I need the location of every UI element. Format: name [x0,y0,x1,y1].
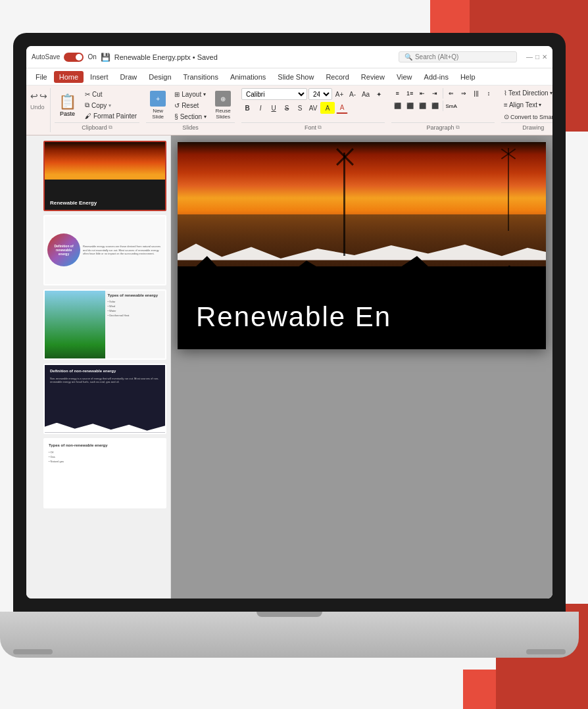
text-direction-label: Text Direction [508,89,549,97]
reuse-slides-button[interactable]: ⊕ ReuseSlides [211,88,235,122]
cloud-save-icon: 💾 [101,53,110,62]
font-color-button[interactable]: A [336,102,348,114]
section-button[interactable]: § Section ▾ [172,112,209,122]
slide-thumbnail-5[interactable]: Types of non-renewable energy • Oil• Gas… [43,438,166,508]
menu-file[interactable]: File [30,71,53,83]
slide-item-4[interactable]: 4 Definition of non-renewable energy Non… [30,364,166,434]
text-direction-button[interactable]: ⌇ Text Direction ▾ [501,88,552,98]
slide-thumbnail-4[interactable]: Definition of non-renewable energy Non-r… [43,364,166,434]
slide-panel[interactable]: 1 Renewable Energy [26,135,171,599]
shadow-button[interactable]: S [294,102,306,114]
menu-design[interactable]: Design [143,71,176,83]
copy-icon: ⧉ [85,101,89,109]
increase-font-button[interactable]: A+ [333,88,345,100]
slide-item-2[interactable]: 2 Definition of renewable energy Renewab… [30,215,166,285]
slides-label: Slides [146,122,235,132]
align-text-dropdown: ▾ [539,102,541,108]
decrease-font-button[interactable]: A- [347,88,358,100]
menu-animations[interactable]: Animations [225,71,271,83]
clipboard-section: 📋 Paste ✂ Cut ⧉ Copy [52,88,142,132]
text-direction-dropdown: ▾ [550,90,552,96]
menu-insert[interactable]: Insert [85,71,114,83]
redo-button[interactable]: ↪ [39,91,47,101]
smart-art-convert-btn[interactable]: SmA [445,101,457,111]
bold-button[interactable]: B [241,102,253,114]
cut-button[interactable]: ✂ Cut [82,89,139,99]
menu-review[interactable]: Review [356,71,390,83]
paste-icon: 📋 [59,93,76,110]
numbering-button[interactable]: 1≡ [404,88,416,99]
bullets-button[interactable]: ≡ [391,88,403,99]
paragraph-expand-icon[interactable]: ⧉ [456,124,460,131]
slide-canvas: Renewable En [178,142,546,349]
align-right-button[interactable]: ⬛ [416,101,428,111]
font-expand-icon[interactable]: ⧉ [318,124,322,131]
minimize-icon[interactable]: — [526,53,533,61]
powerpoint-app: AutoSave On 💾 Renewable Energy.pptx • Sa… [26,46,552,599]
align-center-button[interactable]: ⬛ [404,101,416,111]
align-text-button[interactable]: ≡ Align Text ▾ [501,100,544,110]
reset-label: Reset [182,102,199,109]
font-family-select[interactable]: Calibri [241,88,307,100]
slide-item-5[interactable]: 5 Types of non-renewable energy • Oil• G… [30,438,166,508]
new-slide-icon: + [150,91,166,107]
copy-dropdown-icon[interactable]: ▾ [109,103,111,109]
slide-thumb-content-4: Definition of non-renewable energy Non-r… [45,365,165,433]
clear-format-button[interactable]: ✦ [373,88,385,100]
menu-help[interactable]: Help [455,71,481,83]
convert-smartart-button[interactable]: ⊙ Convert to SmartArt [501,112,552,122]
close-icon[interactable]: ✕ [542,53,547,61]
ltr-button[interactable]: ⇐ [445,88,457,99]
decrease-indent-button[interactable]: ⇤ [416,88,428,99]
italic-button[interactable]: I [255,102,266,114]
bg-decoration-bottom-right-inner [463,670,496,709]
slide-item-1[interactable]: 1 Renewable Energy [30,141,166,211]
slide-thumbnail-3[interactable]: Types of renewable energy • Solar• Wind•… [43,289,166,360]
autosave-label: AutoSave [32,53,60,61]
slide3-content: Types of renewable energy • Solar• Wind•… [105,291,166,358]
menu-draw[interactable]: Draw [115,71,143,83]
clipboard-expand-icon[interactable]: ⧉ [109,124,112,131]
strikethrough-button[interactable]: S [281,102,293,114]
menu-slideshow[interactable]: Slide Show [272,71,319,83]
copy-button[interactable]: ⧉ Copy ▾ [82,100,139,110]
menu-record[interactable]: Record [320,71,354,83]
columns-button[interactable]: ||| [470,88,482,99]
laptop-screen-inner: AutoSave On 💾 Renewable Energy.pptx • Sa… [26,46,552,599]
section-icon: § [174,113,178,120]
slide-thumb-content-5: Types of non-renewable energy • Oil• Gas… [45,439,165,507]
laptop: AutoSave On 💾 Renewable Energy.pptx • Sa… [13,33,566,658]
slide-thumbnail-1[interactable]: Renewable Energy [43,141,166,211]
reset-button[interactable]: ↺ Reset [172,101,209,110]
change-case-button[interactable]: Aa [360,88,372,100]
maximize-icon[interactable]: □ [535,53,539,61]
font-row-2: B I U S S AV A A [241,102,348,114]
line-spacing-button[interactable]: ↕ [483,88,495,99]
search-box[interactable]: 🔍 [399,51,517,62]
layout-button[interactable]: ⊞ Layout ▾ [172,89,209,99]
laptop-base [0,612,579,658]
char-spacing-button[interactable]: AV [307,102,319,114]
menu-transitions[interactable]: Transitions [178,71,224,83]
search-input[interactable] [415,53,501,61]
font-size-select[interactable]: 24 [308,88,332,100]
undo-button[interactable]: ↩ [30,91,38,101]
format-painter-button[interactable]: 🖌 Format Painter [82,111,139,121]
slide-item-3[interactable]: 3 Types of renewable energy • Solar• W [30,289,166,360]
underline-button[interactable]: U [268,102,280,114]
menu-home[interactable]: Home [54,71,84,83]
laptop-foot-right [526,649,566,654]
justify-button[interactable]: ⬛ [429,101,441,111]
paste-button[interactable]: 📋 Paste [55,91,80,120]
slide2-background: Definition of renewable energy Renewable… [45,216,165,284]
highlight-color-button[interactable]: A [320,102,335,114]
rtl-button[interactable]: ⇒ [458,88,470,99]
align-left-button[interactable]: ⬛ [391,101,403,111]
slide-thumbnail-2[interactable]: Definition of renewable energy Renewable… [43,215,166,285]
menu-addins[interactable]: Add-ins [419,71,454,83]
autosave-toggle[interactable] [64,53,84,62]
increase-indent-button[interactable]: ⇥ [429,88,441,99]
drawing-row-2: ≡ Align Text ▾ [501,100,544,110]
new-slide-button[interactable]: + NewSlide [146,88,170,122]
menu-view[interactable]: View [391,71,418,83]
